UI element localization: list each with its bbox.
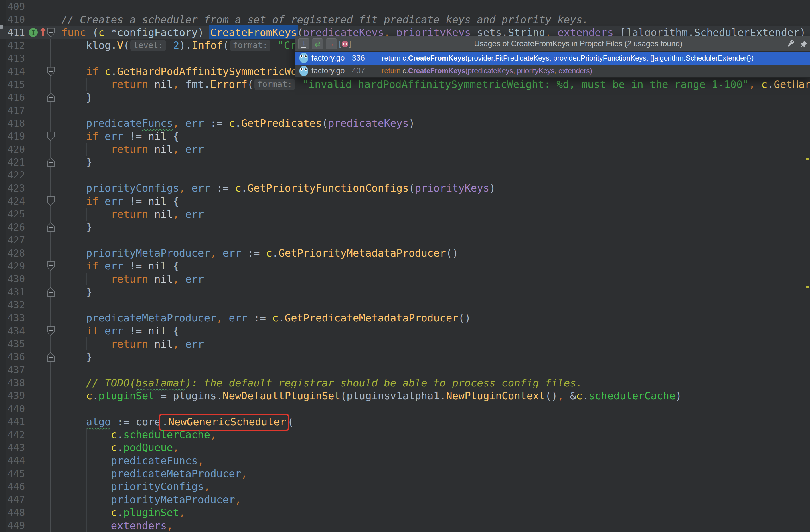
code-line-439[interactable]: 439 c.pluginSet = plugins.NewDefaultPlug… bbox=[0, 389, 810, 402]
line-number[interactable]: 418 bbox=[7, 118, 25, 129]
code-line-421[interactable]: 421 } bbox=[0, 155, 810, 168]
code-line-426[interactable]: 426 } bbox=[0, 220, 810, 233]
fold-marker[interactable] bbox=[47, 28, 55, 37]
code-line-430[interactable]: 430 return nil, err bbox=[0, 272, 810, 285]
line-number[interactable]: 412 bbox=[7, 40, 25, 51]
code-line-449[interactable]: 449 extenders, bbox=[0, 519, 810, 532]
code-text[interactable]: } bbox=[57, 350, 810, 363]
line-number[interactable]: 428 bbox=[7, 247, 25, 259]
line-number[interactable]: 431 bbox=[7, 286, 25, 298]
fold-marker[interactable] bbox=[47, 222, 55, 232]
code-text[interactable]: } bbox=[57, 220, 810, 233]
code-text[interactable]: priorityConfigs, bbox=[57, 480, 810, 493]
code-line-410[interactable]: 410// Creates a scheduler from a set of … bbox=[0, 13, 810, 26]
fold-marker[interactable] bbox=[47, 157, 55, 167]
code-text[interactable]: c.podQueue, bbox=[57, 441, 810, 454]
code-text[interactable]: return nil, err bbox=[57, 337, 810, 350]
fold-marker[interactable] bbox=[47, 197, 55, 206]
code-text[interactable] bbox=[57, 0, 810, 13]
fold-marker[interactable] bbox=[47, 261, 55, 270]
line-number[interactable]: 432 bbox=[7, 299, 25, 311]
code-text[interactable]: if err != nil { bbox=[57, 325, 810, 337]
code-text[interactable]: algo := core.NewGenericScheduler( bbox=[57, 415, 810, 428]
code-text[interactable]: predicateMetaProducer, err := c.GetPredi… bbox=[57, 312, 810, 325]
code-line-419[interactable]: 419 if err != nil { bbox=[0, 130, 810, 143]
line-number[interactable]: 436 bbox=[7, 351, 25, 362]
line-number[interactable]: 444 bbox=[7, 455, 25, 466]
fold-marker[interactable] bbox=[47, 326, 55, 335]
line-number[interactable]: 422 bbox=[7, 169, 25, 181]
code-text[interactable]: return nil, err bbox=[57, 207, 810, 220]
code-line-433[interactable]: 433 predicateMetaProducer, err := c.GetP… bbox=[0, 312, 810, 325]
fold-marker[interactable] bbox=[47, 132, 55, 141]
line-number[interactable]: 423 bbox=[7, 182, 25, 194]
code-text[interactable]: if err != nil { bbox=[57, 130, 810, 143]
error-stripe-mark[interactable] bbox=[806, 158, 809, 160]
line-number[interactable]: 416 bbox=[7, 92, 25, 103]
line-number[interactable]: 442 bbox=[7, 429, 25, 440]
usage-row[interactable]: factory.go336return c.CreateFromKeys(pro… bbox=[295, 52, 810, 65]
code-line-429[interactable]: 429 if err != nil { bbox=[0, 260, 810, 272]
code-editor[interactable]: 409410// Creates a scheduler from a set … bbox=[0, 0, 810, 532]
line-number[interactable]: 413 bbox=[7, 53, 25, 64]
line-number[interactable]: 445 bbox=[7, 468, 25, 479]
implements-icon[interactable]: I bbox=[29, 28, 38, 37]
line-number[interactable]: 437 bbox=[7, 364, 25, 376]
code-line-437[interactable]: 437 bbox=[0, 363, 810, 376]
line-number[interactable]: 430 bbox=[7, 273, 25, 285]
write-access-icon[interactable]: → bbox=[326, 38, 337, 49]
code-line-427[interactable]: 427 bbox=[0, 233, 810, 246]
code-line-409[interactable]: 409 bbox=[0, 0, 810, 13]
line-number[interactable]: 420 bbox=[7, 144, 25, 155]
line-number[interactable]: 414 bbox=[7, 66, 25, 77]
code-line-431[interactable]: 431 } bbox=[0, 285, 810, 298]
code-line-417[interactable]: 417 bbox=[0, 104, 810, 117]
code-text[interactable]: if err != nil { bbox=[57, 195, 810, 207]
code-line-422[interactable]: 422 bbox=[0, 169, 810, 182]
code-text[interactable]: predicateFuncs, err := c.GetPredicates(p… bbox=[57, 117, 810, 130]
method-filter-icon[interactable]: [m] bbox=[339, 38, 351, 49]
code-text[interactable]: // Creates a scheduler from a set of reg… bbox=[57, 13, 810, 26]
code-line-418[interactable]: 418 predicateFuncs, err := c.GetPredicat… bbox=[0, 117, 810, 130]
fold-marker[interactable] bbox=[47, 93, 55, 102]
fold-marker[interactable] bbox=[47, 67, 55, 76]
line-number[interactable]: 439 bbox=[7, 390, 25, 401]
code-text[interactable] bbox=[57, 169, 810, 182]
open-in-toolwindow-icon[interactable]: ↓ bbox=[298, 38, 309, 49]
line-number[interactable]: 411 bbox=[7, 27, 25, 38]
code-text[interactable]: priorityMetaProducer, err := c.GetPriori… bbox=[57, 247, 810, 260]
line-number[interactable]: 434 bbox=[7, 325, 25, 337]
read-access-icon[interactable]: ⇄ bbox=[312, 38, 323, 49]
code-line-416[interactable]: 416 } bbox=[0, 91, 810, 104]
code-line-440[interactable]: 440 bbox=[0, 402, 810, 415]
line-number[interactable]: 449 bbox=[7, 520, 25, 531]
code-text[interactable]: predicateFuncs, bbox=[57, 454, 810, 467]
code-text[interactable] bbox=[57, 298, 810, 311]
line-number[interactable]: 446 bbox=[7, 481, 25, 492]
code-line-423[interactable]: 423 priorityConfigs, err := c.GetPriorit… bbox=[0, 182, 810, 195]
code-text[interactable] bbox=[57, 104, 810, 117]
code-text[interactable]: c.pluginSet = plugins.NewDefaultPluginSe… bbox=[57, 389, 810, 402]
error-stripe-mark[interactable] bbox=[806, 286, 809, 288]
code-text[interactable]: return nil, fmt.Errorf(format: "invalid … bbox=[57, 78, 810, 91]
line-number[interactable]: 440 bbox=[7, 403, 25, 414]
code-text[interactable]: predicateMetaProducer, bbox=[57, 467, 810, 480]
code-line-434[interactable]: 434 if err != nil { bbox=[0, 325, 810, 337]
fold-marker[interactable] bbox=[47, 352, 55, 362]
line-number[interactable]: 424 bbox=[7, 195, 25, 207]
line-number[interactable]: 429 bbox=[7, 260, 25, 272]
line-number[interactable]: 426 bbox=[7, 221, 25, 233]
line-number[interactable]: 410 bbox=[7, 14, 25, 25]
code-line-435[interactable]: 435 return nil, err bbox=[0, 337, 810, 350]
line-number[interactable]: 448 bbox=[7, 507, 25, 518]
code-text[interactable] bbox=[57, 363, 810, 376]
line-number[interactable]: 427 bbox=[7, 234, 25, 246]
code-text[interactable]: c.pluginSet, bbox=[57, 506, 810, 519]
line-number[interactable]: 409 bbox=[7, 1, 25, 12]
code-line-441[interactable]: 441 algo := core.NewGenericScheduler( bbox=[0, 415, 810, 428]
code-text[interactable]: priorityConfigs, err := c.GetPriorityFun… bbox=[57, 182, 810, 195]
code-text[interactable]: } bbox=[57, 155, 810, 168]
code-text[interactable]: if err != nil { bbox=[57, 260, 810, 272]
code-text[interactable] bbox=[57, 402, 810, 415]
pin-icon[interactable] bbox=[800, 40, 808, 48]
